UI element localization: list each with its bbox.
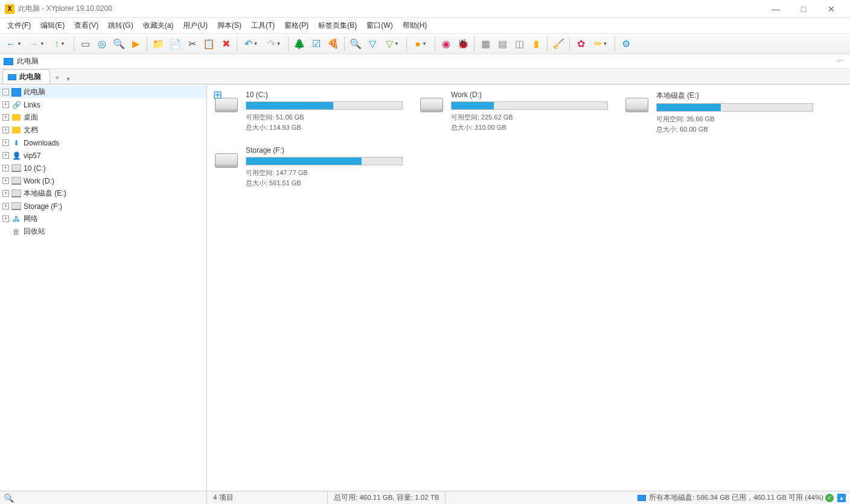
tree-item[interactable]: +Storage (F:) <box>0 200 206 212</box>
toolbar-button[interactable]: ▽ <box>365 36 380 52</box>
toolbar-button[interactable]: ←▼ <box>3 36 25 52</box>
toolbar-button[interactable]: ✂ <box>184 36 200 52</box>
tree-item[interactable]: +Work (D:) <box>0 174 206 187</box>
toolbar-button[interactable]: ▶ <box>128 36 144 52</box>
toolbar-button[interactable]: →▼ <box>26 36 48 52</box>
app-icon: X <box>5 4 14 14</box>
drive-free-space: 可用空间: 51.06 GB <box>246 112 403 123</box>
tab-list-dropdown-icon[interactable]: ▼ <box>63 74 74 84</box>
tree-item[interactable]: +文档 <box>0 124 206 136</box>
toolbar-button[interactable]: 🍕 <box>325 36 341 52</box>
expand-toggle[interactable]: + <box>2 127 9 133</box>
toolbar-button[interactable]: ◉ <box>438 36 454 52</box>
toolbar-button[interactable]: 🔍 <box>111 36 127 52</box>
menu-item[interactable]: 收藏夹(a) <box>138 19 179 33</box>
toolbar-icon: ◉ <box>442 38 450 49</box>
tree-item[interactable]: +🔗Links <box>0 98 206 111</box>
toolbar-button[interactable]: ✏▼ <box>590 36 612 52</box>
expand-toggle[interactable]: + <box>2 215 9 222</box>
menu-item[interactable]: 工具(T) <box>246 19 280 33</box>
drive-item[interactable]: Storage (F:)可用空间: 147.77 GB总大小: 561.51 G… <box>212 146 381 188</box>
tab-this-pc[interactable]: 此电脑 <box>2 69 50 84</box>
toolbar-button[interactable]: ●▼ <box>410 36 432 52</box>
expand-toggle[interactable]: + <box>2 177 9 184</box>
menu-item[interactable]: 脚本(S) <box>212 19 246 33</box>
toolbar-button[interactable]: ↷▼ <box>263 36 285 52</box>
tree-item[interactable]: -此电脑 <box>0 86 206 98</box>
search-icon[interactable]: 🔍 <box>4 493 14 503</box>
toolbar-button[interactable]: ◎ <box>94 36 110 52</box>
toolbar-button[interactable]: ▭ <box>77 36 93 52</box>
close-button[interactable]: ✕ <box>817 0 845 18</box>
toolbar-button[interactable]: ▤ <box>494 36 510 52</box>
folder-tree[interactable]: -此电脑+🔗Links+桌面+文档+⬇Downloads+👤vip57+10 (… <box>0 85 207 491</box>
menu-item[interactable]: 窗口(W) <box>362 19 397 33</box>
toolbar-button[interactable]: ◫ <box>511 36 527 52</box>
toolbar-button[interactable]: ↑▼ <box>49 36 71 52</box>
menu-item[interactable]: 用户(U) <box>178 19 212 33</box>
toolbar-button[interactable]: ▽▼ <box>382 36 403 52</box>
address-dropdown-icon[interactable]: ﹀ <box>833 57 846 66</box>
toolbar-button[interactable]: 📋 <box>201 36 217 52</box>
dropdown-icon[interactable]: ▼ <box>254 41 258 46</box>
dropdown-icon[interactable]: ▼ <box>17 41 22 46</box>
toolbar-icon: ✿ <box>577 38 585 49</box>
dropdown-icon[interactable]: ▼ <box>603 41 608 46</box>
toolbar-button[interactable]: ✿ <box>573 36 589 52</box>
status-ok-icon[interactable]: ✓ <box>825 494 834 502</box>
expand-toggle[interactable]: + <box>2 101 9 108</box>
address-bar[interactable]: 此电脑 ﹀ <box>0 54 850 69</box>
drive-item[interactable]: 10 (C:)可用空间: 51.06 GB总大小: 114.93 GB <box>212 91 381 134</box>
menu-item[interactable]: 编辑(E) <box>36 19 69 33</box>
dropdown-icon[interactable]: ▼ <box>276 41 281 46</box>
menu-item[interactable]: 帮助(H) <box>398 19 432 33</box>
status-up-icon[interactable]: ▲ <box>837 494 846 502</box>
expand-toggle[interactable]: + <box>2 152 9 159</box>
toolbar-icon: ☑ <box>312 38 321 49</box>
toolbar-button[interactable]: ⚙ <box>618 36 634 52</box>
menu-item[interactable]: 标签页集(B) <box>313 19 362 33</box>
menu-item[interactable]: 跳转(G) <box>103 19 138 33</box>
expand-toggle[interactable]: + <box>2 139 9 146</box>
toolbar-button[interactable]: ✖ <box>218 36 234 52</box>
dropdown-icon[interactable]: ▼ <box>40 41 45 46</box>
maximize-button[interactable]: □ <box>790 0 817 18</box>
toolbar-separator <box>237 37 237 51</box>
toolbar-separator <box>74 37 74 51</box>
drive-item[interactable]: Work (D:)可用空间: 225.62 GB总大小: 310.00 GB <box>417 91 586 134</box>
toolbar-button[interactable]: ▦ <box>478 36 493 52</box>
tree-item[interactable]: +⬇Downloads <box>0 136 206 149</box>
expand-toggle[interactable]: - <box>2 89 9 95</box>
toolbar-button[interactable]: 🌲 <box>292 36 307 52</box>
dropdown-icon[interactable]: ▼ <box>394 41 399 46</box>
content-pane[interactable]: 10 (C:)可用空间: 51.06 GB总大小: 114.93 GBWork … <box>207 85 850 491</box>
toolbar-button[interactable]: ☑ <box>308 36 324 52</box>
toolbar-button[interactable]: 📄 <box>167 36 183 52</box>
toolbar-button[interactable]: ▮ <box>528 36 544 52</box>
drive-item[interactable]: 本地磁盘 (E:)可用空间: 35.66 GB总大小: 60.00 GB <box>622 91 791 134</box>
expand-toggle[interactable]: + <box>2 190 9 197</box>
toolbar-button[interactable]: 📁 <box>150 36 166 52</box>
tree-item-label: 本地磁盘 (E:) <box>24 188 66 199</box>
menu-item[interactable]: 文件(F) <box>2 19 36 33</box>
minimize-button[interactable]: — <box>762 0 790 18</box>
expand-toggle[interactable]: + <box>2 165 9 171</box>
toolbar-button[interactable]: ↶▼ <box>240 36 262 52</box>
expand-toggle[interactable]: + <box>2 114 9 121</box>
new-tab-button[interactable]: + <box>51 71 63 84</box>
menu-item[interactable]: 窗格(P) <box>280 19 313 33</box>
toolbar-icon: 🍕 <box>327 38 339 49</box>
tree-item[interactable]: +🖧网络 <box>0 212 206 225</box>
dropdown-icon[interactable]: ▼ <box>60 41 65 46</box>
dropdown-icon[interactable]: ▼ <box>422 41 427 46</box>
tree-item[interactable]: +👤vip57 <box>0 149 206 162</box>
toolbar-button[interactable]: 🧹 <box>551 36 566 52</box>
tree-item[interactable]: +本地磁盘 (E:) <box>0 187 206 200</box>
tree-item[interactable]: +桌面 <box>0 111 206 124</box>
expand-toggle[interactable]: + <box>2 203 9 209</box>
menu-item[interactable]: 查看(V) <box>69 19 103 33</box>
toolbar-button[interactable]: 🐞 <box>455 36 471 52</box>
tree-item[interactable]: 🗑回收站 <box>0 225 206 238</box>
toolbar-button[interactable]: 🔍 <box>348 36 363 52</box>
tree-item[interactable]: +10 (C:) <box>0 162 206 174</box>
